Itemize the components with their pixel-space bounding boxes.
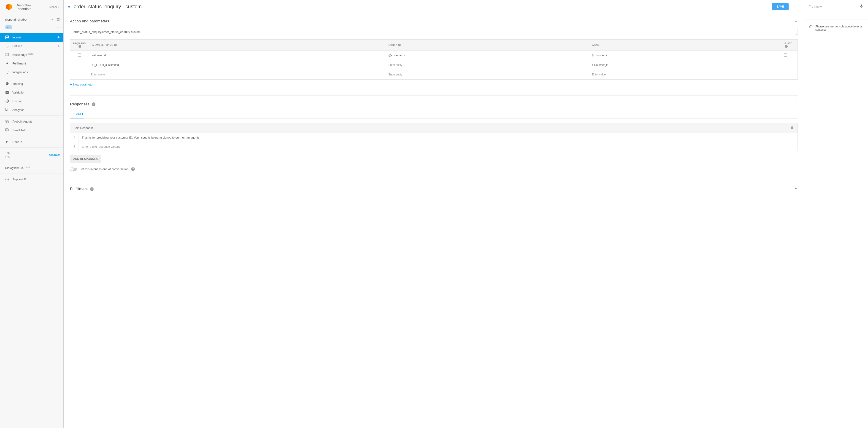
param-entity-cell[interactable]: Enter entity — [386, 60, 589, 70]
plan-tier: Free — [5, 155, 10, 158]
end-conversation-toggle[interactable] — [70, 168, 77, 171]
test-panel: Please use test console above to try a s… — [804, 0, 868, 428]
sidebar-item-cx[interactable]: Dialogflow CX [new] — [0, 163, 63, 172]
sidebar-item-support[interactable]: ? Support — [0, 175, 63, 184]
check-box-icon — [5, 90, 9, 94]
param-name-cell[interactable]: RB_FIELD_customerid — [89, 60, 386, 70]
help-icon[interactable]: ? — [90, 187, 94, 191]
response-text[interactable]: Thanks for providing your customer ID. Y… — [79, 133, 798, 142]
param-entity-cell[interactable]: @customer_id — [386, 51, 589, 60]
brand-block: Dialogflow Essentials Global — [0, 0, 63, 14]
sidebar-item-docs[interactable]: Docs — [0, 137, 63, 146]
help-icon[interactable]: ? — [131, 167, 135, 171]
agent-name[interactable]: respond_chatbot — [5, 18, 49, 21]
more-menu-icon[interactable] — [792, 4, 798, 9]
nav-label-integrations: Integrations — [12, 70, 61, 74]
param-value-cell[interactable]: $customer_id — [589, 51, 781, 60]
add-response-tab-icon[interactable] — [89, 111, 92, 117]
section-fulfillment: Fulfillment ? — [70, 180, 798, 191]
param-name-cell[interactable]: Enter name — [89, 70, 386, 79]
required-checkbox[interactable] — [78, 63, 81, 66]
help-icon[interactable]: ? — [92, 102, 95, 106]
bolt-icon — [5, 61, 9, 65]
sidebar-item-analytics[interactable]: Analytics — [0, 105, 63, 114]
sync-icon — [5, 70, 9, 74]
param-name-cell[interactable]: customer_id — [89, 51, 386, 60]
language-pill[interactable]: en — [5, 25, 12, 29]
agent-dropdown-icon[interactable] — [49, 17, 55, 23]
tab-default[interactable]: DEFAULT — [70, 110, 84, 119]
action-name-input[interactable]: order_status_enquiry.order_status_enquir… — [70, 28, 798, 36]
agent-settings-icon[interactable] — [55, 17, 61, 23]
sidebar-item-entities[interactable]: Entities — [0, 42, 63, 50]
islist-checkbox[interactable] — [784, 54, 787, 57]
required-checkbox[interactable] — [78, 73, 81, 76]
nav-label-training: Training — [12, 82, 61, 86]
region-selector[interactable]: Global — [49, 5, 60, 9]
param-value-cell[interactable]: $customer_id — [589, 60, 781, 70]
history-icon — [5, 99, 9, 103]
islist-checkbox[interactable] — [784, 63, 787, 66]
section-title-action: Action and parameters — [70, 19, 109, 24]
col-entity: ENTITY? — [386, 39, 589, 51]
delete-icon[interactable] — [790, 126, 794, 130]
param-row[interactable]: RB_FIELD_customerid Enter entity $custom… — [70, 60, 798, 70]
svg-point-5 — [795, 6, 796, 7]
row-index: 1 — [70, 133, 79, 142]
nav-label-smalltalk: Small Talk — [12, 129, 61, 132]
nav-label-fulfillment: Fulfillment — [12, 62, 61, 65]
response-tabs: DEFAULT — [70, 110, 798, 119]
sidebar-item-smalltalk[interactable]: Small Talk — [0, 126, 63, 134]
add-entity-icon[interactable] — [56, 43, 61, 48]
add-language-button[interactable] — [55, 24, 61, 30]
try-it-row — [804, 0, 868, 13]
sidebar-item-validation[interactable]: Validation — [0, 88, 63, 97]
help-circle-icon: ? — [5, 177, 9, 182]
sidebar-item-integrations[interactable]: Integrations — [0, 68, 63, 76]
param-entity-cell[interactable]: Enter entity — [386, 70, 589, 79]
svg-marker-1 — [6, 4, 9, 10]
intent-title[interactable]: order_status_enquiry - custom — [74, 4, 768, 10]
upgrade-link[interactable]: Upgrade — [49, 153, 60, 156]
test-hint-text: Please use test console above to try a s… — [815, 25, 863, 31]
resize-handle-icon[interactable] — [795, 33, 797, 35]
section-title-responses: Responses — [70, 102, 90, 106]
add-responses-button[interactable]: ADD RESPONSES — [70, 155, 101, 163]
required-checkbox[interactable] — [78, 54, 81, 57]
stack-icon — [5, 119, 9, 124]
section-title-fulfillment: Fulfillment — [70, 187, 88, 191]
intent-topbar: order_status_enquiry - custom SAVE — [64, 0, 804, 13]
param-row-empty[interactable]: Enter name Enter entity Enter value — [70, 70, 798, 79]
islist-checkbox[interactable] — [784, 73, 787, 76]
nav-label-history: History — [12, 99, 61, 103]
param-value-cell[interactable]: Enter value — [589, 70, 781, 79]
try-it-input[interactable] — [809, 5, 857, 8]
section-header-fulfillment[interactable]: Fulfillment ? — [70, 187, 798, 191]
response-text[interactable]: Enter a text response variant — [79, 142, 798, 151]
chevron-up-icon — [794, 102, 798, 106]
sidebar-item-prebuilt[interactable]: Prebuilt Agents — [0, 117, 63, 126]
sidebar-item-intents[interactable]: Intents — [0, 33, 63, 42]
sidebar-item-fulfillment[interactable]: Fulfillment — [0, 59, 63, 68]
parameters-table: REQUIRED? PARAMETER NAME? ENTITY? VALUE … — [70, 39, 798, 79]
response-row[interactable]: 2 Enter a text response variant — [70, 142, 798, 151]
section-responses: Responses ? DEFAULT Text Response 1 Th — [70, 95, 798, 171]
save-button[interactable]: SAVE — [772, 3, 788, 10]
text-response-header: Text Response — [70, 123, 798, 133]
brand-line2: Essentials — [16, 7, 31, 11]
brand-text: Dialogflow Essentials — [16, 3, 31, 11]
new-parameter-button[interactable]: + New parameter — [70, 83, 93, 86]
sidebar-item-knowledge[interactable]: Knowledge [beta] — [0, 50, 63, 59]
svg-point-6 — [795, 7, 796, 8]
sidebar-item-training[interactable]: Training — [0, 79, 63, 88]
add-intent-icon[interactable] — [56, 35, 61, 40]
section-header-action[interactable]: Action and parameters — [70, 19, 798, 24]
sidebar-item-history[interactable]: History — [0, 97, 63, 105]
nav-label-validation: Validation — [12, 91, 61, 94]
response-row[interactable]: 1 Thanks for providing your customer ID.… — [70, 133, 798, 142]
section-header-responses[interactable]: Responses ? — [70, 102, 798, 106]
nav-label-docs: Docs — [12, 140, 61, 143]
microphone-icon[interactable] — [859, 4, 863, 9]
param-row[interactable]: customer_id @customer_id $customer_id — [70, 51, 798, 60]
unsaved-indicator-icon — [68, 6, 70, 7]
